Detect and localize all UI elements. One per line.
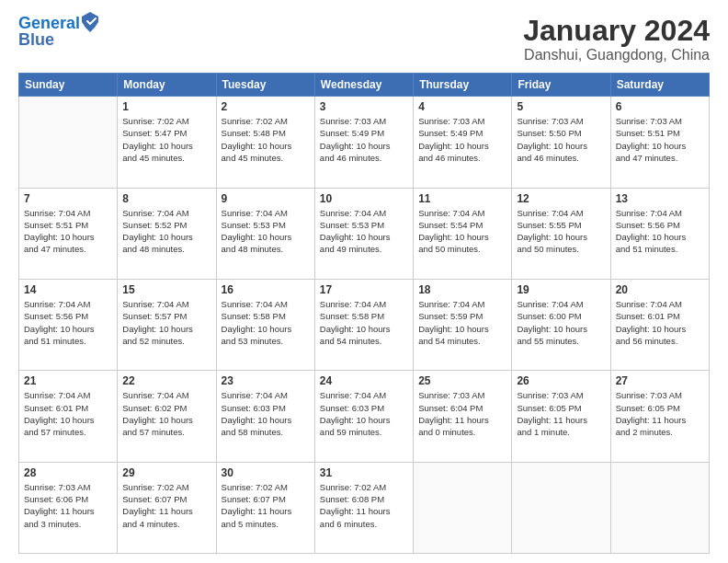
calendar-cell: 29Sunrise: 7:02 AM Sunset: 6:07 PM Dayli… <box>118 462 216 553</box>
day-number: 7 <box>24 192 112 205</box>
day-info: Sunrise: 7:02 AM Sunset: 5:47 PM Dayligh… <box>122 115 210 164</box>
day-info: Sunrise: 7:04 AM Sunset: 6:01 PM Dayligh… <box>616 298 704 347</box>
calendar-header-row: SundayMondayTuesdayWednesdayThursdayFrid… <box>19 74 710 97</box>
day-number: 28 <box>24 466 112 479</box>
calendar-week-row: 1Sunrise: 7:02 AM Sunset: 5:47 PM Daylig… <box>19 97 710 188</box>
day-number: 4 <box>418 100 506 113</box>
day-number: 16 <box>222 283 310 296</box>
day-number: 13 <box>616 192 704 205</box>
day-number: 26 <box>517 374 605 387</box>
calendar-cell: 18Sunrise: 7:04 AM Sunset: 5:59 PM Dayli… <box>414 279 512 370</box>
day-number: 31 <box>320 466 408 479</box>
calendar-cell: 15Sunrise: 7:04 AM Sunset: 5:57 PM Dayli… <box>118 279 216 370</box>
day-number: 20 <box>616 283 704 296</box>
day-number: 30 <box>222 466 310 479</box>
calendar-cell <box>512 462 610 553</box>
day-info: Sunrise: 7:04 AM Sunset: 5:58 PM Dayligh… <box>222 298 310 347</box>
day-info: Sunrise: 7:03 AM Sunset: 5:49 PM Dayligh… <box>418 115 506 164</box>
calendar-day-header: Monday <box>118 74 216 97</box>
calendar-cell: 28Sunrise: 7:03 AM Sunset: 6:06 PM Dayli… <box>19 462 118 553</box>
day-number: 14 <box>24 283 112 296</box>
calendar-table: SundayMondayTuesdayWednesdayThursdayFrid… <box>18 73 710 554</box>
day-info: Sunrise: 7:04 AM Sunset: 5:53 PM Dayligh… <box>222 207 310 256</box>
day-info: Sunrise: 7:04 AM Sunset: 5:51 PM Dayligh… <box>24 207 112 256</box>
calendar-cell: 20Sunrise: 7:04 AM Sunset: 6:01 PM Dayli… <box>610 279 709 370</box>
day-info: Sunrise: 7:02 AM Sunset: 6:07 PM Dayligh… <box>122 481 210 530</box>
day-info: Sunrise: 7:04 AM Sunset: 6:03 PM Dayligh… <box>222 389 310 438</box>
day-info: Sunrise: 7:03 AM Sunset: 5:51 PM Dayligh… <box>616 115 704 164</box>
day-number: 11 <box>418 192 506 205</box>
subtitle: Danshui, Guangdong, China <box>523 47 710 63</box>
day-number: 27 <box>616 374 704 387</box>
calendar-cell: 30Sunrise: 7:02 AM Sunset: 6:07 PM Dayli… <box>216 462 314 553</box>
day-info: Sunrise: 7:02 AM Sunset: 5:48 PM Dayligh… <box>222 115 310 164</box>
day-info: Sunrise: 7:04 AM Sunset: 6:03 PM Dayligh… <box>320 389 408 438</box>
calendar-week-row: 21Sunrise: 7:04 AM Sunset: 6:01 PM Dayli… <box>19 371 710 462</box>
calendar-week-row: 14Sunrise: 7:04 AM Sunset: 5:56 PM Dayli… <box>19 279 710 370</box>
calendar-cell: 3Sunrise: 7:03 AM Sunset: 5:49 PM Daylig… <box>314 97 413 188</box>
calendar-cell: 11Sunrise: 7:04 AM Sunset: 5:54 PM Dayli… <box>414 188 512 279</box>
calendar-cell: 26Sunrise: 7:03 AM Sunset: 6:05 PM Dayli… <box>512 371 610 462</box>
day-number: 23 <box>222 374 310 387</box>
calendar-cell: 7Sunrise: 7:04 AM Sunset: 5:51 PM Daylig… <box>19 188 118 279</box>
day-number: 10 <box>320 192 408 205</box>
calendar-cell: 10Sunrise: 7:04 AM Sunset: 5:53 PM Dayli… <box>314 188 413 279</box>
day-number: 2 <box>222 100 310 113</box>
day-info: Sunrise: 7:03 AM Sunset: 6:05 PM Dayligh… <box>517 389 605 438</box>
day-info: Sunrise: 7:04 AM Sunset: 5:53 PM Dayligh… <box>320 207 408 256</box>
calendar-cell <box>610 462 709 553</box>
day-info: Sunrise: 7:02 AM Sunset: 6:08 PM Dayligh… <box>320 481 408 530</box>
logo-text-line2: Blue <box>18 31 98 50</box>
day-info: Sunrise: 7:03 AM Sunset: 5:49 PM Dayligh… <box>320 115 408 164</box>
calendar-cell: 8Sunrise: 7:04 AM Sunset: 5:52 PM Daylig… <box>118 188 216 279</box>
day-info: Sunrise: 7:04 AM Sunset: 6:00 PM Dayligh… <box>517 298 605 347</box>
calendar-cell: 23Sunrise: 7:04 AM Sunset: 6:03 PM Dayli… <box>216 371 314 462</box>
logo-icon <box>82 12 98 32</box>
day-number: 6 <box>616 100 704 113</box>
day-info: Sunrise: 7:04 AM Sunset: 5:59 PM Dayligh… <box>418 298 506 347</box>
calendar-day-header: Sunday <box>19 74 118 97</box>
calendar-cell: 22Sunrise: 7:04 AM Sunset: 6:02 PM Dayli… <box>118 371 216 462</box>
day-info: Sunrise: 7:03 AM Sunset: 6:04 PM Dayligh… <box>418 389 506 438</box>
calendar-cell: 14Sunrise: 7:04 AM Sunset: 5:56 PM Dayli… <box>19 279 118 370</box>
calendar-cell <box>19 97 118 188</box>
day-info: Sunrise: 7:04 AM Sunset: 5:54 PM Dayligh… <box>418 207 506 256</box>
day-info: Sunrise: 7:04 AM Sunset: 6:02 PM Dayligh… <box>122 389 210 438</box>
page: General Blue January 2024 Danshui, Guang… <box>0 0 728 563</box>
calendar-cell: 9Sunrise: 7:04 AM Sunset: 5:53 PM Daylig… <box>216 188 314 279</box>
calendar-cell: 12Sunrise: 7:04 AM Sunset: 5:55 PM Dayli… <box>512 188 610 279</box>
day-number: 29 <box>122 466 210 479</box>
day-number: 1 <box>122 100 210 113</box>
calendar-cell: 31Sunrise: 7:02 AM Sunset: 6:08 PM Dayli… <box>314 462 413 553</box>
calendar-cell: 13Sunrise: 7:04 AM Sunset: 5:56 PM Dayli… <box>610 188 709 279</box>
title-block: January 2024 Danshui, Guangdong, China <box>523 15 710 63</box>
day-info: Sunrise: 7:03 AM Sunset: 5:50 PM Dayligh… <box>517 115 605 164</box>
day-info: Sunrise: 7:04 AM Sunset: 5:55 PM Dayligh… <box>517 207 605 256</box>
day-number: 3 <box>320 100 408 113</box>
calendar-week-row: 7Sunrise: 7:04 AM Sunset: 5:51 PM Daylig… <box>19 188 710 279</box>
day-info: Sunrise: 7:03 AM Sunset: 6:05 PM Dayligh… <box>616 389 704 438</box>
day-info: Sunrise: 7:04 AM Sunset: 6:01 PM Dayligh… <box>24 389 112 438</box>
day-info: Sunrise: 7:04 AM Sunset: 5:52 PM Dayligh… <box>122 207 210 256</box>
calendar-cell: 1Sunrise: 7:02 AM Sunset: 5:47 PM Daylig… <box>118 97 216 188</box>
calendar-cell: 2Sunrise: 7:02 AM Sunset: 5:48 PM Daylig… <box>216 97 314 188</box>
calendar-day-header: Tuesday <box>216 74 314 97</box>
day-number: 12 <box>517 192 605 205</box>
calendar-cell <box>414 462 512 553</box>
calendar-cell: 6Sunrise: 7:03 AM Sunset: 5:51 PM Daylig… <box>610 97 709 188</box>
calendar-cell: 5Sunrise: 7:03 AM Sunset: 5:50 PM Daylig… <box>512 97 610 188</box>
day-number: 19 <box>517 283 605 296</box>
day-number: 17 <box>320 283 408 296</box>
day-number: 18 <box>418 283 506 296</box>
day-info: Sunrise: 7:04 AM Sunset: 5:58 PM Dayligh… <box>320 298 408 347</box>
day-number: 15 <box>122 283 210 296</box>
day-number: 22 <box>122 374 210 387</box>
day-number: 9 <box>222 192 310 205</box>
calendar-cell: 17Sunrise: 7:04 AM Sunset: 5:58 PM Dayli… <box>314 279 413 370</box>
day-info: Sunrise: 7:03 AM Sunset: 6:06 PM Dayligh… <box>24 481 112 530</box>
day-number: 24 <box>320 374 408 387</box>
calendar-cell: 16Sunrise: 7:04 AM Sunset: 5:58 PM Dayli… <box>216 279 314 370</box>
calendar-day-header: Saturday <box>610 74 709 97</box>
day-info: Sunrise: 7:04 AM Sunset: 5:56 PM Dayligh… <box>616 207 704 256</box>
header: General Blue January 2024 Danshui, Guang… <box>18 15 710 63</box>
